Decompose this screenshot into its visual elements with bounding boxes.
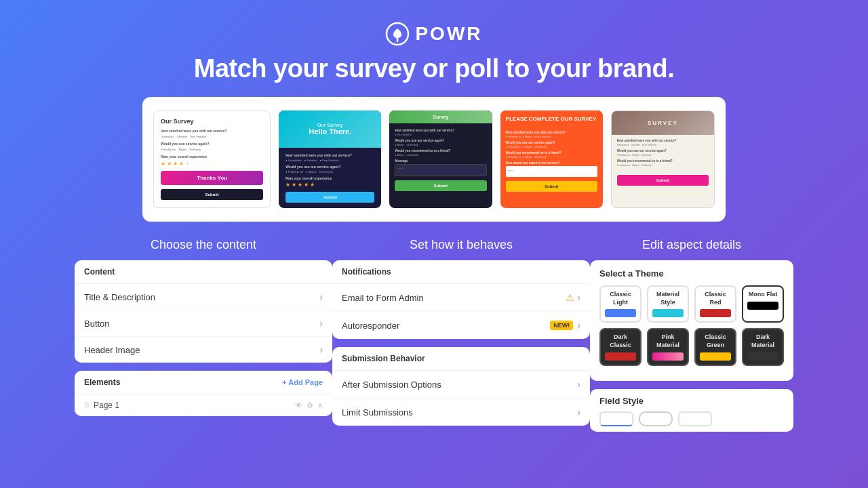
card2-hello: Hello There. — [309, 127, 351, 136]
content-item-button[interactable]: Button › — [75, 310, 332, 337]
field-style-header: Field Style — [599, 396, 784, 406]
card2-q3: Rate your overall experience — [285, 176, 374, 180]
bottom-section: Choose the content Content Title & Descr… — [0, 222, 868, 432]
theme-dark-classic[interactable]: Dark Classic — [599, 328, 642, 365]
themes-panel: Select a Theme Classic Light Material St… — [590, 260, 793, 381]
star1: ★ — [161, 161, 165, 167]
chevron-icon-3: › — [319, 344, 323, 355]
theme-material-style-preview — [652, 309, 684, 317]
card1-q1: How satisfied were you with out service? — [161, 129, 263, 133]
card3-header: Survey — [389, 110, 492, 123]
autoresponder-item[interactable]: Autoresponder NEW! › — [332, 312, 590, 339]
field-style-opt-3[interactable] — [678, 411, 712, 426]
theme-dark-material-preview — [747, 352, 778, 361]
submission-behavior-panel: Submission Behavior After Submission Opt… — [332, 347, 590, 426]
card4-q4: How would you improve our service? — [506, 161, 597, 165]
themes-grid: Classic Light Material Style Classic Red… — [599, 285, 784, 366]
theme-mono-flat[interactable]: Mono Flat — [742, 285, 784, 323]
card4-text-box: here... — [506, 166, 597, 177]
card5-top-label: SURVEY — [648, 120, 678, 126]
chevron-icon-6: › — [577, 379, 580, 390]
card3-message-box: Hello... — [395, 164, 486, 176]
card1-opt5: Maybe — [178, 148, 186, 151]
page-header: POWR Match your survey or poll to your b… — [0, 0, 868, 97]
eye-icon[interactable]: 👁 — [295, 401, 302, 410]
theme-dark-material[interactable]: Dark Material — [742, 328, 784, 365]
theme-pink-material-preview — [652, 352, 684, 361]
theme-classic-green-preview — [700, 352, 731, 361]
headline: Match your survey or poll to your brand. — [0, 54, 868, 83]
card5-header: SURVEY — [612, 111, 714, 135]
settings-icon[interactable]: ⚙ — [307, 401, 313, 410]
theme-material-style-label: Material Style — [652, 291, 684, 306]
card4-top-label: PLEASE COMPLETE OUR SURVEY — [506, 116, 597, 123]
powr-logo-icon — [385, 22, 410, 46]
field-style-options — [599, 411, 784, 426]
theme-classic-light[interactable]: Classic Light — [599, 285, 642, 323]
card3-submit: Submit — [395, 180, 486, 191]
card1-opt4: Probably not — [161, 148, 176, 151]
field-style-panel: Field Style — [590, 389, 793, 432]
after-submission-item[interactable]: After Submission Options › — [332, 371, 590, 399]
card1-opt6: Definitely — [189, 148, 200, 151]
submission-behavior-header: Submission Behavior — [332, 347, 590, 371]
theme-pink-material[interactable]: Pink Material — [647, 328, 689, 365]
edit-aspect-title: Edit aspect details — [642, 238, 741, 252]
logo: POWR — [0, 22, 868, 46]
theme-mono-flat-preview — [747, 302, 778, 310]
chevron-icon-7: › — [577, 407, 580, 418]
chevron-icon-4: › — [577, 292, 580, 303]
limit-submissions-item[interactable]: Limit Submissions › — [332, 399, 590, 426]
drag-handle-icon: ⠿ — [84, 401, 90, 410]
chevron-icon-2: › — [319, 318, 323, 329]
card4-header: PLEASE COMPLETE OUR SURVEY — [500, 110, 603, 127]
content-panel: Content Title & Description › Button › H… — [75, 260, 332, 363]
star5: ★ — [185, 161, 190, 167]
card4-q1: How satisfied were you with out service? — [506, 131, 597, 134]
theme-classic-red[interactable]: Classic Red — [694, 285, 736, 323]
card1-q2: Would you use service again? — [161, 142, 263, 146]
warning-icon: ⚠ — [566, 292, 574, 303]
set-behavior-title: Set how it behaves — [410, 238, 513, 252]
email-form-admin-item[interactable]: Email to Form Admin ⚠ › — [332, 284, 590, 312]
theme-pink-material-label: Pink Material — [652, 333, 684, 349]
field-style-opt-2[interactable] — [639, 411, 673, 426]
card5-q2: Would you use our service again? — [617, 149, 709, 152]
content-item-title-desc[interactable]: Title & Description › — [75, 284, 332, 310]
card5-submit: Submit — [617, 175, 709, 186]
elements-panel-header: Elements + Add Page — [75, 371, 332, 394]
content-panel-header: Content — [75, 260, 332, 284]
theme-classic-red-label: Classic Red — [700, 291, 731, 306]
card2-q1: How satisfied were you with out service? — [285, 153, 374, 157]
add-page-button[interactable]: + Add Page — [282, 378, 323, 386]
card1-opt2: Satisfied — [177, 135, 187, 138]
survey-card-4: PLEASE COMPLETE OUR SURVEY How satisfied… — [500, 110, 603, 208]
chevron-up-icon[interactable]: ∧ — [317, 401, 323, 410]
theme-dark-classic-label: Dark Classic — [605, 333, 636, 349]
elements-panel: Elements + Add Page ⠿ Page 1 👁 ⚙ ∧ — [75, 371, 332, 416]
notifications-panel: Notifications Email to Form Admin ⚠ › Au… — [332, 260, 590, 339]
choose-content-title: Choose the content — [151, 238, 256, 252]
survey-previews: Our Survey How satisfied were you with o… — [142, 97, 726, 222]
field-style-opt-1[interactable] — [599, 411, 633, 426]
page-1-item[interactable]: ⠿ Page 1 👁 ⚙ ∧ — [75, 394, 332, 416]
choose-content-col: Choose the content Content Title & Descr… — [75, 238, 332, 432]
survey-card-1: Our Survey How satisfied were you with o… — [153, 110, 271, 208]
theme-classic-light-label: Classic Light — [605, 291, 636, 306]
star3: ★ — [173, 161, 178, 167]
card1-opt1: Unsatisfied — [161, 135, 174, 138]
set-behavior-col: Set how it behaves Notifications Email t… — [332, 238, 590, 432]
page-controls: 👁 ⚙ ∧ — [295, 401, 323, 410]
card2-top-label: Our Survey — [317, 123, 343, 127]
survey-card-5: SURVEY How satisfied were you with out s… — [611, 110, 715, 208]
theme-material-style[interactable]: Material Style — [647, 285, 689, 323]
theme-classic-green-label: Classic Green — [700, 333, 731, 349]
theme-mono-flat-label: Mono Flat — [747, 291, 778, 299]
card1-title: Our Survey — [161, 118, 263, 125]
theme-classic-red-preview — [700, 309, 731, 317]
theme-classic-light-preview — [605, 309, 636, 317]
logo-text: POWR — [415, 23, 482, 45]
card1-rating: ★ ★ ★ ★ ★ — [161, 161, 263, 167]
theme-classic-green[interactable]: Classic Green — [694, 328, 736, 365]
content-item-header-image[interactable]: Header Image › — [75, 337, 332, 363]
